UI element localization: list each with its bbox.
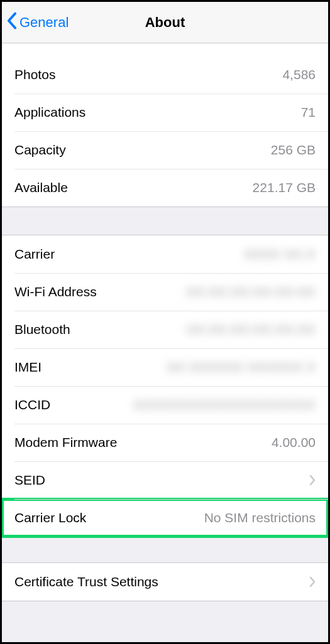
chevron-left-icon: [7, 12, 19, 33]
row-carrier: Carrier XXXX XX.X: [2, 235, 328, 273]
about-screen: General About Photos 4,586 Applications …: [0, 0, 330, 644]
row-value: XX XXXXXX XXXXXX X: [167, 360, 316, 375]
row-imei: IMEI XX XXXXXX XXXXXX X: [2, 348, 328, 386]
row-value: 4.00.00: [272, 435, 316, 450]
section-gap: [2, 537, 328, 562]
group-network: Carrier XXXX XX.X Wi-Fi Address XX:XX:XX…: [2, 235, 328, 537]
row-available: Available 221.17 GB: [2, 169, 328, 207]
chevron-right-icon: [309, 475, 316, 486]
row-label: Carrier Lock: [14, 510, 86, 525]
row-label: Bluetooth: [14, 322, 70, 337]
section-gap: [2, 207, 328, 235]
row-label: Modem Firmware: [14, 435, 117, 450]
row-value: XXXXXXXXXXXXXXXXXXXX: [133, 397, 316, 412]
row-label: Capacity: [14, 142, 66, 158]
row-label: Certificate Trust Settings: [14, 574, 158, 589]
page-title: About: [145, 14, 185, 31]
row-label: IMEI: [14, 360, 41, 375]
group-storage: Photos 4,586 Applications 71 Capacity 25…: [2, 43, 328, 207]
row-value: No SIM restrictions: [204, 510, 316, 525]
row-seid[interactable]: SEID: [2, 461, 328, 499]
row-value: XX:XX:XX:XX:XX:XX: [186, 284, 316, 299]
nav-bar: General About: [2, 2, 328, 43]
row-modem-firmware: Modem Firmware 4.00.00: [2, 424, 328, 461]
row-carrier-lock: Carrier Lock No SIM restrictions: [2, 499, 328, 537]
row-label: Carrier: [14, 247, 55, 262]
row-label: SEID: [14, 473, 45, 488]
row-wifi-address: Wi-Fi Address XX:XX:XX:XX:XX:XX: [2, 273, 328, 311]
group-certificates: Certificate Trust Settings: [2, 562, 328, 601]
row-label: Applications: [14, 105, 85, 120]
row-label: Wi-Fi Address: [14, 284, 97, 299]
row-value: XX:XX:XX:XX:XX:XX: [186, 322, 316, 337]
row-certificate-trust-settings[interactable]: Certificate Trust Settings: [2, 563, 328, 601]
row-bluetooth: Bluetooth XX:XX:XX:XX:XX:XX: [2, 311, 328, 348]
row-value: 221.17 GB: [253, 180, 316, 195]
row-label: Available: [14, 180, 68, 195]
row-value: 4,586: [282, 67, 316, 82]
content: Photos 4,586 Applications 71 Capacity 25…: [2, 43, 328, 601]
row-iccid: ICCID XXXXXXXXXXXXXXXXXXXX: [2, 386, 328, 424]
back-label: General: [19, 14, 69, 31]
row-value: 256 GB: [271, 142, 316, 158]
row-applications: Applications 71: [2, 94, 328, 131]
back-button[interactable]: General: [7, 2, 69, 43]
chevron-right-icon: [309, 576, 316, 588]
row-label: Photos: [14, 67, 55, 82]
row-value: 71: [301, 105, 316, 120]
row-value: XXXX XX.X: [244, 247, 316, 262]
row-capacity: Capacity 256 GB: [2, 131, 328, 169]
row-label: ICCID: [14, 397, 50, 412]
row-photos: Photos 4,586: [2, 56, 328, 94]
